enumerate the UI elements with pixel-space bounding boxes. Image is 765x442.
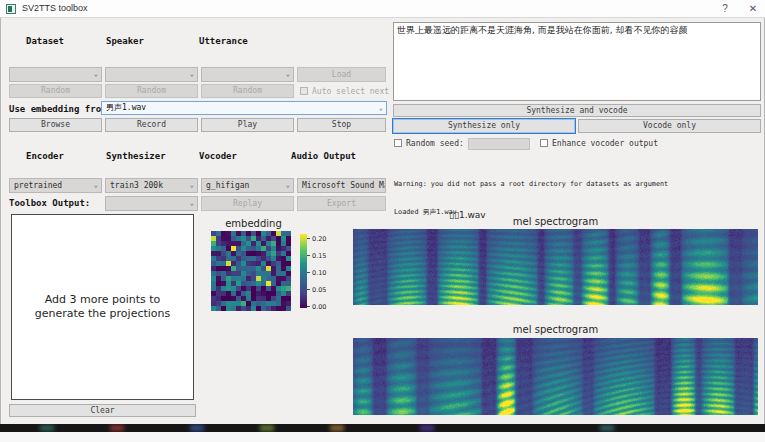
projections-message-line2: generate the projections (35, 307, 171, 321)
mel-spectrogram-plot-1 (353, 229, 758, 305)
taskbar-icon (40, 425, 54, 431)
speaker-random-button[interactable]: Random (105, 84, 198, 98)
projections-message-line1: Add 3 more points to (35, 293, 171, 307)
load-button[interactable]: Load (297, 67, 386, 82)
vocoder-value: g_hifigan (206, 181, 249, 190)
synthesizer-select[interactable]: train3 200k⌄ (105, 178, 198, 193)
taskbar-icon (190, 425, 204, 431)
colorbar-tick: 0.05 (312, 286, 326, 294)
chevron-down-icon: ⌄ (286, 179, 290, 192)
taskbar-icon (110, 425, 124, 431)
close-icon[interactable]: ✕ (746, 2, 760, 16)
taskbar-icon (600, 425, 614, 431)
play-button[interactable]: Play (201, 118, 294, 132)
app-icon (6, 4, 16, 14)
window-title: SV2TTS toolbox (22, 3, 88, 13)
chevron-down-icon: ⌄ (94, 68, 98, 81)
browse-button[interactable]: Browse (9, 118, 102, 132)
audio-output-value: Microsoft Sound Mapp (302, 181, 386, 190)
auto-select-checkbox[interactable] (300, 87, 308, 95)
mel-spectrogram-title-2: mel spectrogram (353, 324, 758, 335)
embedding-source-value: 男声1.wav (106, 103, 146, 112)
colorbar-tick: 0.00 (312, 303, 326, 311)
chevron-down-icon: ⌄ (190, 179, 194, 192)
log-output: Warning: you did not pass a root directo… (394, 161, 760, 211)
speaker-label: Speaker (106, 36, 144, 46)
export-button[interactable]: Export (297, 196, 386, 211)
chevron-down-icon: ⌄ (190, 197, 194, 210)
colorbar-tick: 0.10 (312, 269, 326, 277)
random-seed-label: Random seed: (406, 139, 464, 148)
enhance-vocoder-label: Enhance vocoder output (552, 139, 658, 148)
embedding-source-select[interactable]: 男声1.wav⌄ (101, 101, 387, 115)
vocoder-label: Vocoder (199, 151, 237, 161)
taskbar-icon (420, 425, 434, 431)
window-body: Dataset Speaker Utterance ⌄ ⌄ ⌄ Load Ran… (0, 18, 765, 424)
synthesis-text-input[interactable]: 世界上最遥远的距离不是天涯海角, 而是我站在你面前, 却看不见你的容颜 (393, 22, 761, 101)
synthesize-and-vocode-button[interactable]: Synthesize and vocode (393, 104, 761, 117)
desktop-strip (0, 432, 765, 442)
encoder-select[interactable]: pretrained⌄ (9, 178, 102, 193)
chevron-down-icon: ⌄ (379, 102, 383, 114)
random-seed-checkbox[interactable] (394, 139, 402, 147)
record-button[interactable]: Record (105, 118, 198, 132)
synthesize-only-button[interactable]: Synthesize only (393, 119, 575, 133)
vocoder-select[interactable]: g_hifigan⌄ (201, 178, 294, 193)
utterance-select[interactable]: ⌄ (201, 67, 294, 82)
taskbar-icon (260, 425, 274, 431)
embedding-colorbar (300, 234, 307, 308)
chevron-down-icon: ⌄ (94, 179, 98, 192)
mel-spectrogram-title-1: mel spectrogram (353, 216, 758, 227)
colorbar-tick: 0.15 (312, 252, 326, 260)
encoder-label: Encoder (26, 151, 64, 161)
log-line: Warning: you did not pass a root directo… (394, 180, 760, 189)
chevron-down-icon: ⌄ (190, 68, 194, 81)
synthesizer-label: Synthesizer (106, 151, 166, 161)
title-bar: SV2TTS toolbox ? ✕ (0, 0, 765, 18)
colorbar-tick: 0.20 (312, 235, 326, 243)
embedding-heatmap (211, 231, 291, 311)
seed-input[interactable] (468, 138, 530, 150)
audio-output-select[interactable]: Microsoft Sound Mapp⌄ (297, 178, 386, 193)
taskbar-icon (330, 425, 344, 431)
taskbar-strip (0, 424, 765, 432)
toolbox-output-label: Toolbox Output: (9, 198, 90, 208)
utterance-random-button[interactable]: Random (201, 84, 294, 98)
mel-spectrogram-plot-2 (353, 338, 758, 415)
auto-select-label: Auto select next (312, 87, 389, 96)
dataset-select[interactable]: ⌄ (9, 67, 102, 82)
encoder-value: pretrained (14, 181, 62, 190)
utterance-label: Utterance (199, 36, 248, 46)
enhance-vocoder-checkbox[interactable] (540, 139, 548, 147)
stop-button[interactable]: Stop (297, 118, 386, 132)
speaker-select[interactable]: ⌄ (105, 67, 198, 82)
clear-button[interactable]: Clear (9, 404, 196, 417)
dataset-label: Dataset (26, 36, 64, 46)
projections-message: Add 3 more points to generate the projec… (35, 293, 171, 321)
chevron-down-icon: ⌄ (378, 179, 382, 192)
chevron-down-icon: ⌄ (286, 68, 290, 81)
synthesizer-value: train3 200k (110, 181, 163, 190)
dataset-random-button[interactable]: Random (9, 84, 102, 98)
toolbox-output-select[interactable]: ⌄ (105, 196, 198, 211)
use-embedding-label: Use embedding from: (9, 104, 112, 114)
help-button[interactable]: ? (718, 2, 732, 16)
screen: SV2TTS toolbox ? ✕ Dataset Speaker Utter… (0, 0, 765, 442)
projections-panel: Add 3 more points to generate the projec… (11, 214, 194, 400)
audio-output-label: Audio Output (291, 151, 356, 161)
embedding-plot-title: embedding (206, 218, 301, 229)
vocode-only-button[interactable]: Vocode only (578, 119, 761, 133)
replay-button[interactable]: Replay (201, 196, 294, 211)
